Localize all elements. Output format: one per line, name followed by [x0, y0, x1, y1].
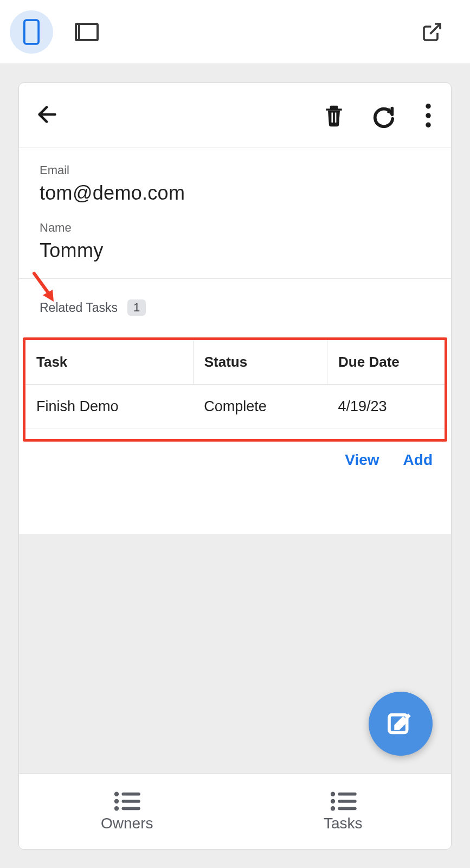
svg-rect-3 [331, 112, 333, 122]
preview-toolbar [0, 0, 470, 64]
list-icon [113, 791, 140, 812]
nav-owners[interactable]: Owners [19, 774, 235, 849]
tablet-preview-button[interactable] [75, 23, 99, 41]
related-count-badge: 1 [127, 299, 146, 316]
arrow-left-icon [35, 102, 60, 127]
svg-point-5 [426, 104, 430, 108]
svg-point-7 [426, 122, 430, 127]
svg-rect-0 [24, 20, 38, 44]
app-header [19, 83, 451, 148]
bottom-nav: Owners Tasks [19, 773, 451, 849]
related-actions: View Add [19, 442, 451, 469]
more-button[interactable] [421, 103, 436, 129]
table-header-row: Task Status Due Date [25, 340, 445, 385]
external-link-icon [421, 21, 443, 43]
more-vert-icon [426, 104, 431, 127]
open-external-button[interactable] [421, 21, 443, 43]
delete-button[interactable] [321, 103, 347, 129]
related-tasks-section: Related Tasks 1 Task Status Due Date [19, 279, 451, 469]
refresh-button[interactable] [371, 103, 397, 129]
related-tasks-table-highlight: Task Status Due Date Finish Demo Complet… [23, 337, 447, 442]
svg-point-11 [114, 806, 119, 810]
refresh-icon [371, 103, 396, 128]
col-status: Status [193, 340, 327, 385]
add-button[interactable]: Add [403, 451, 433, 469]
svg-point-17 [331, 806, 335, 810]
svg-rect-14 [122, 807, 140, 810]
svg-point-16 [331, 799, 335, 803]
cell-due-date: 4/19/23 [327, 385, 445, 429]
mobile-preview-button[interactable] [10, 10, 53, 54]
svg-point-15 [331, 792, 335, 796]
svg-rect-4 [335, 112, 337, 122]
cell-status: Complete [193, 385, 327, 429]
svg-rect-13 [122, 800, 140, 803]
cell-task: Finish Demo [25, 385, 193, 429]
table-row[interactable]: Finish Demo Complete 4/19/23 [25, 385, 445, 429]
email-value: tom@demo.com [40, 182, 430, 205]
list-icon [330, 791, 357, 812]
svg-point-6 [426, 113, 430, 118]
svg-rect-19 [338, 800, 356, 803]
nav-tasks[interactable]: Tasks [235, 774, 452, 849]
col-task: Task [25, 340, 193, 385]
nav-owners-label: Owners [101, 815, 153, 832]
preview-workspace: Email tom@demo.com Name Tommy Related Ta… [0, 64, 470, 868]
trash-icon [322, 103, 346, 129]
svg-point-10 [114, 799, 119, 803]
svg-rect-2 [78, 24, 80, 40]
name-value: Tommy [40, 239, 430, 262]
col-due-date: Due Date [327, 340, 445, 385]
svg-point-9 [114, 792, 119, 796]
edit-icon [385, 709, 416, 739]
svg-rect-20 [338, 807, 356, 810]
related-tasks-table: Task Status Due Date Finish Demo Complet… [25, 340, 445, 439]
tablet-icon [75, 23, 99, 41]
name-label: Name [40, 221, 430, 235]
related-tasks-title: Related Tasks [40, 301, 118, 315]
email-label: Email [40, 163, 430, 177]
empty-area [19, 534, 451, 774]
nav-tasks-label: Tasks [324, 815, 363, 832]
detail-fields: Email tom@demo.com Name Tommy [19, 148, 451, 279]
svg-rect-18 [338, 792, 356, 795]
phone-icon [23, 19, 40, 45]
edit-fab[interactable] [369, 692, 433, 756]
app-frame: Email tom@demo.com Name Tommy Related Ta… [18, 82, 452, 850]
svg-rect-12 [122, 792, 140, 795]
back-button[interactable] [35, 102, 60, 129]
view-button[interactable]: View [345, 451, 379, 469]
